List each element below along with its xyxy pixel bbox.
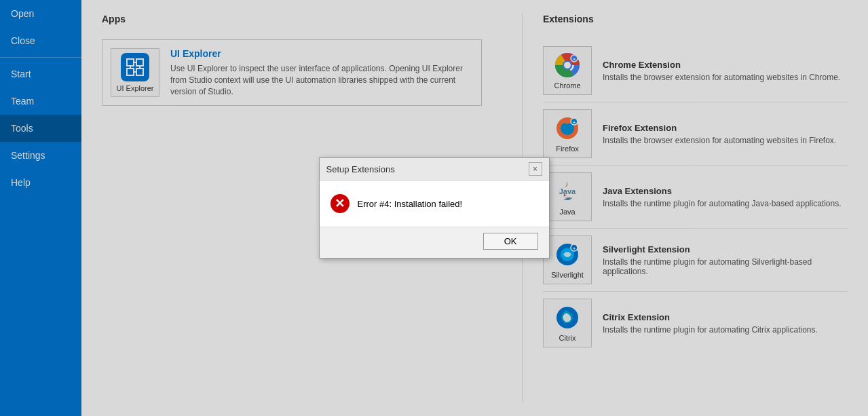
dialog-title: Setup Extensions: [326, 164, 395, 174]
dialog-footer: OK: [320, 227, 549, 258]
error-icon: ✕: [331, 194, 350, 213]
setup-extensions-dialog: Setup Extensions × ✕ Error #4: Installat…: [319, 157, 550, 259]
dialog-body: ✕ Error #4: Installation failed!: [320, 181, 549, 227]
dialog-titlebar: Setup Extensions ×: [320, 158, 549, 181]
dialog-close-button[interactable]: ×: [529, 162, 542, 176]
dialog-overlay: Setup Extensions × ✕ Error #4: Installat…: [0, 0, 868, 416]
ok-button[interactable]: OK: [483, 233, 538, 250]
error-message: Error #4: Installation failed!: [358, 199, 463, 209]
